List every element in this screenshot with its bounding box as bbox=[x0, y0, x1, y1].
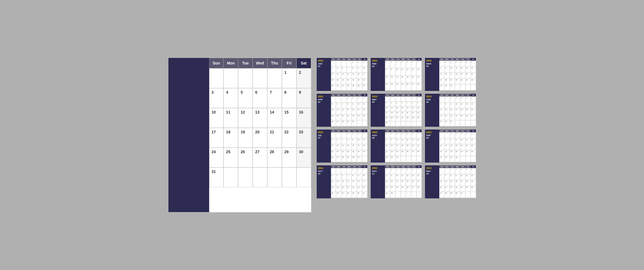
main-day-cell[interactable]: 16 bbox=[297, 108, 311, 128]
mini-day-cell[interactable]: 29 bbox=[352, 84, 357, 90]
mini-day-cell[interactable]: 3 bbox=[385, 101, 390, 106]
mini-day-cell[interactable]: 7 bbox=[406, 101, 411, 106]
mini-day-cell[interactable]: 9 bbox=[416, 101, 422, 106]
mini-day-cell[interactable]: 11 bbox=[455, 67, 460, 73]
mini-day-cell[interactable]: 2 bbox=[352, 132, 357, 138]
mini-day-cell[interactable]: 19 bbox=[331, 150, 336, 156]
mini-day-cell[interactable]: 29 bbox=[346, 120, 352, 126]
mini-day-cell[interactable]: 1 bbox=[450, 132, 455, 138]
mini-day-cell[interactable]: 10 bbox=[357, 138, 362, 144]
mini-day-cell[interactable]: 25 bbox=[331, 192, 336, 198]
mini-day-cell[interactable]: 28 bbox=[416, 150, 422, 156]
mini-day-cell[interactable]: 31 bbox=[362, 192, 367, 198]
mini-day-cell[interactable]: 1 bbox=[346, 96, 352, 102]
mini-day-cell[interactable]: 7 bbox=[444, 174, 450, 180]
mini-day-cell[interactable]: 16 bbox=[352, 144, 357, 150]
mini-day-cell[interactable]: 16 bbox=[357, 72, 362, 79]
mini-day-cell[interactable]: 4 bbox=[331, 67, 336, 73]
mini-day-cell[interactable]: 13 bbox=[411, 138, 416, 144]
main-day-cell[interactable] bbox=[209, 68, 224, 88]
mini-day-cell[interactable]: 18 bbox=[465, 144, 471, 150]
mini-day-cell[interactable]: 27 bbox=[471, 114, 476, 120]
mini-day-cell[interactable]: 21 bbox=[416, 180, 422, 186]
mini-day-cell[interactable]: 4 bbox=[460, 96, 465, 102]
mini-day-cell[interactable]: 28 bbox=[416, 186, 422, 192]
mini-day-cell[interactable]: 19 bbox=[336, 79, 341, 85]
mini-day-cell[interactable]: 5 bbox=[471, 132, 476, 138]
mini-day-cell[interactable]: 25 bbox=[465, 150, 471, 156]
mini-day-cell[interactable]: 23 bbox=[455, 186, 460, 192]
mini-day-cell[interactable]: 1 bbox=[385, 61, 390, 68]
main-day-cell[interactable] bbox=[238, 68, 253, 88]
mini-day-cell[interactable]: 7 bbox=[341, 102, 346, 109]
main-day-cell[interactable]: 5 bbox=[238, 88, 253, 108]
mini-day-cell[interactable]: 24 bbox=[357, 150, 362, 156]
mini-day-cell[interactable]: 17 bbox=[460, 144, 465, 150]
mini-day-cell[interactable]: 15 bbox=[450, 180, 455, 186]
mini-day-cell[interactable]: 13 bbox=[471, 102, 476, 109]
mini-day-cell[interactable]: 18 bbox=[401, 180, 406, 186]
mini-day-cell[interactable]: 27 bbox=[336, 156, 341, 162]
mini-day-cell[interactable]: 27 bbox=[341, 84, 346, 90]
main-day-cell[interactable] bbox=[267, 68, 282, 88]
mini-day-cell[interactable]: 26 bbox=[471, 150, 476, 156]
mini-day-cell[interactable]: 1 bbox=[444, 96, 450, 102]
mini-day-cell[interactable]: 6 bbox=[401, 101, 406, 106]
mini-day-cell[interactable]: 24 bbox=[395, 83, 401, 90]
mini-day-cell[interactable]: 10 bbox=[357, 102, 362, 109]
mini-day-cell[interactable]: 13 bbox=[341, 180, 346, 186]
main-day-cell[interactable]: 2 bbox=[297, 68, 311, 88]
mini-day-cell[interactable]: 20 bbox=[411, 75, 416, 83]
mini-day-cell[interactable]: 15 bbox=[385, 75, 390, 83]
mini-day-cell[interactable]: 2 bbox=[390, 61, 395, 68]
mini-day-cell[interactable]: 24 bbox=[362, 79, 367, 85]
mini-day-cell[interactable]: 10 bbox=[362, 67, 367, 73]
mini-day-cell[interactable]: 27 bbox=[411, 83, 416, 90]
mini-day-cell[interactable]: 23 bbox=[390, 186, 395, 192]
mini-day-cell[interactable]: 6 bbox=[336, 102, 341, 109]
main-day-cell[interactable]: 20 bbox=[253, 128, 267, 148]
main-day-cell[interactable]: 14 bbox=[267, 108, 282, 128]
mini-day-cell[interactable]: 25 bbox=[460, 114, 465, 120]
mini-day-cell[interactable]: 23 bbox=[416, 111, 422, 116]
main-day-cell[interactable]: 3 bbox=[209, 88, 224, 108]
mini-day-cell[interactable]: 13 bbox=[401, 106, 406, 111]
mini-day-cell[interactable]: 14 bbox=[341, 144, 346, 150]
mini-day-cell[interactable]: 17 bbox=[362, 72, 367, 79]
main-day-cell[interactable]: 18 bbox=[223, 128, 238, 148]
mini-day-cell[interactable]: 5 bbox=[406, 132, 411, 138]
mini-day-cell[interactable]: 22 bbox=[450, 150, 455, 156]
main-day-cell[interactable]: 19 bbox=[238, 128, 253, 148]
mini-day-cell[interactable]: 1 bbox=[352, 61, 357, 67]
main-day-cell[interactable]: 25 bbox=[223, 148, 238, 168]
mini-day-cell[interactable]: 15 bbox=[346, 108, 352, 114]
mini-day-cell[interactable]: 24 bbox=[362, 186, 367, 192]
mini-day-cell[interactable]: 9 bbox=[357, 174, 362, 180]
main-day-cell[interactable]: 17 bbox=[209, 128, 224, 148]
mini-day-cell[interactable]: 14 bbox=[444, 180, 450, 186]
mini-day-cell[interactable]: 18 bbox=[331, 79, 336, 85]
mini-day-cell[interactable]: 18 bbox=[362, 108, 367, 114]
mini-day-cell[interactable]: 23 bbox=[357, 79, 362, 85]
mini-day-cell[interactable]: 27 bbox=[465, 79, 471, 85]
mini-day-cell[interactable]: 15 bbox=[346, 144, 352, 150]
mini-day-cell[interactable]: 22 bbox=[346, 114, 352, 120]
mini-day-cell[interactable]: 8 bbox=[411, 101, 416, 106]
mini-day-cell[interactable]: 4 bbox=[390, 101, 395, 106]
mini-day-cell[interactable]: 24 bbox=[455, 114, 460, 120]
mini-day-cell[interactable]: 25 bbox=[362, 150, 367, 156]
mini-day-cell[interactable]: 20 bbox=[411, 144, 416, 150]
mini-day-cell[interactable]: 13 bbox=[439, 180, 444, 186]
mini-day-cell[interactable]: 16 bbox=[416, 106, 422, 111]
mini-day-cell[interactable]: 21 bbox=[406, 111, 411, 116]
mini-day-cell[interactable]: 5 bbox=[331, 138, 336, 144]
mini-day-cell[interactable]: 18 bbox=[455, 72, 460, 79]
main-day-cell[interactable]: 8 bbox=[282, 88, 297, 108]
mini-day-cell[interactable]: 16 bbox=[357, 180, 362, 186]
mini-day-cell[interactable]: 16 bbox=[455, 180, 460, 186]
mini-day-cell[interactable]: 24 bbox=[395, 150, 401, 156]
mini-day-cell[interactable]: 12 bbox=[471, 138, 476, 144]
mini-day-cell[interactable]: 30 bbox=[390, 156, 395, 162]
mini-day-cell[interactable]: 20 bbox=[341, 186, 346, 192]
mini-day-cell[interactable]: 23 bbox=[455, 150, 460, 156]
